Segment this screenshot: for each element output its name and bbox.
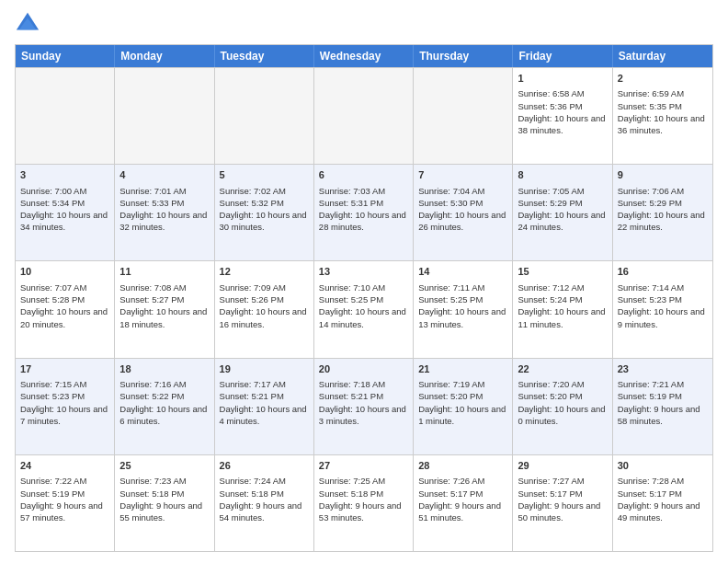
day-cell-12: 12Sunrise: 7:09 AM Sunset: 5:26 PM Dayli… [215,261,314,357]
day-cell-17: 17Sunrise: 7:15 AM Sunset: 5:23 PM Dayli… [16,359,115,454]
day-cell-27: 27Sunrise: 7:25 AM Sunset: 5:18 PM Dayli… [314,455,414,551]
day-info: Sunrise: 7:15 AM Sunset: 5:23 PM Dayligh… [20,378,109,427]
day-info: Sunrise: 7:01 AM Sunset: 5:33 PM Dayligh… [119,185,209,234]
day-number: 10 [20,265,109,279]
calendar-row-1: 3Sunrise: 7:00 AM Sunset: 5:34 PM Daylig… [16,164,712,260]
day-info: Sunrise: 7:09 AM Sunset: 5:26 PM Dayligh… [220,282,309,330]
logo [15,11,44,37]
day-info: Sunrise: 7:20 AM Sunset: 5:20 PM Dayligh… [518,378,607,427]
day-cell-9: 9Sunrise: 7:06 AM Sunset: 5:29 PM Daylig… [613,165,712,260]
day-info: Sunrise: 7:21 AM Sunset: 5:19 PM Dayligh… [618,378,708,427]
day-info: Sunrise: 7:08 AM Sunset: 5:27 PM Dayligh… [119,282,209,330]
day-info: Sunrise: 7:27 AM Sunset: 5:17 PM Dayligh… [518,475,607,523]
day-number: 6 [319,168,408,182]
day-info: Sunrise: 7:19 AM Sunset: 5:20 PM Dayligh… [418,378,507,427]
empty-cell [414,68,513,164]
day-info: Sunrise: 7:11 AM Sunset: 5:25 PM Dayligh… [418,282,507,330]
day-number: 27 [319,459,408,473]
day-cell-18: 18Sunrise: 7:16 AM Sunset: 5:22 PM Dayli… [115,359,214,454]
day-info: Sunrise: 6:59 AM Sunset: 5:35 PM Dayligh… [618,87,708,136]
day-number: 5 [220,168,309,182]
day-info: Sunrise: 7:26 AM Sunset: 5:17 PM Dayligh… [418,475,507,523]
day-info: Sunrise: 7:07 AM Sunset: 5:28 PM Dayligh… [20,282,109,330]
day-cell-21: 21Sunrise: 7:19 AM Sunset: 5:20 PM Dayli… [414,359,513,454]
day-number: 12 [220,265,309,279]
day-cell-30: 30Sunrise: 7:28 AM Sunset: 5:17 PM Dayli… [613,455,712,551]
day-cell-4: 4Sunrise: 7:01 AM Sunset: 5:33 PM Daylig… [115,165,214,260]
day-info: Sunrise: 7:28 AM Sunset: 5:17 PM Dayligh… [618,475,708,523]
calendar-row-4: 24Sunrise: 7:22 AM Sunset: 5:19 PM Dayli… [16,454,712,551]
day-number: 26 [220,459,309,473]
page: SundayMondayTuesdayWednesdayThursdayFrid… [0,0,728,563]
day-info: Sunrise: 7:25 AM Sunset: 5:18 PM Dayligh… [319,475,408,523]
day-info: Sunrise: 7:10 AM Sunset: 5:25 PM Dayligh… [319,282,408,330]
day-number: 22 [518,362,607,376]
day-cell-14: 14Sunrise: 7:11 AM Sunset: 5:25 PM Dayli… [414,261,513,357]
calendar: SundayMondayTuesdayWednesdayThursdayFrid… [15,44,713,552]
day-cell-25: 25Sunrise: 7:23 AM Sunset: 5:18 PM Dayli… [115,455,214,551]
empty-cell [215,68,314,164]
day-cell-8: 8Sunrise: 7:05 AM Sunset: 5:29 PM Daylig… [513,165,612,260]
day-cell-6: 6Sunrise: 7:03 AM Sunset: 5:31 PM Daylig… [314,165,414,260]
day-number: 25 [119,459,209,473]
day-info: Sunrise: 7:03 AM Sunset: 5:31 PM Dayligh… [319,185,408,234]
day-number: 19 [220,362,309,376]
day-cell-29: 29Sunrise: 7:27 AM Sunset: 5:17 PM Dayli… [513,455,612,551]
day-cell-20: 20Sunrise: 7:18 AM Sunset: 5:21 PM Dayli… [314,359,414,454]
day-info: Sunrise: 7:05 AM Sunset: 5:29 PM Dayligh… [518,185,607,234]
day-number: 3 [20,168,109,182]
header-cell-monday: Monday [115,45,214,67]
day-cell-16: 16Sunrise: 7:14 AM Sunset: 5:23 PM Dayli… [613,261,712,357]
calendar-row-3: 17Sunrise: 7:15 AM Sunset: 5:23 PM Dayli… [16,358,712,454]
day-number: 18 [119,362,209,376]
day-info: Sunrise: 7:02 AM Sunset: 5:32 PM Dayligh… [220,185,309,234]
day-info: Sunrise: 6:58 AM Sunset: 5:36 PM Dayligh… [518,87,607,136]
header-cell-thursday: Thursday [414,45,513,67]
day-number: 8 [518,168,607,182]
empty-cell [16,68,115,164]
day-info: Sunrise: 7:04 AM Sunset: 5:30 PM Dayligh… [418,185,507,234]
day-info: Sunrise: 7:24 AM Sunset: 5:18 PM Dayligh… [220,475,309,523]
calendar-row-2: 10Sunrise: 7:07 AM Sunset: 5:28 PM Dayli… [16,260,712,357]
day-cell-13: 13Sunrise: 7:10 AM Sunset: 5:25 PM Dayli… [314,261,414,357]
day-number: 16 [618,265,708,279]
header-cell-friday: Friday [513,45,612,67]
day-cell-2: 2Sunrise: 6:59 AM Sunset: 5:35 PM Daylig… [613,68,712,164]
header-cell-wednesday: Wednesday [314,45,414,67]
day-number: 20 [319,362,408,376]
header-cell-sunday: Sunday [16,45,115,67]
day-number: 4 [119,168,209,182]
header [15,11,713,37]
logo-icon [15,11,40,37]
day-cell-24: 24Sunrise: 7:22 AM Sunset: 5:19 PM Dayli… [16,455,115,551]
day-number: 17 [20,362,109,376]
day-number: 11 [119,265,209,279]
day-info: Sunrise: 7:22 AM Sunset: 5:19 PM Dayligh… [20,475,109,523]
day-cell-19: 19Sunrise: 7:17 AM Sunset: 5:21 PM Dayli… [215,359,314,454]
day-number: 2 [618,72,708,86]
day-info: Sunrise: 7:16 AM Sunset: 5:22 PM Dayligh… [119,378,209,427]
day-cell-5: 5Sunrise: 7:02 AM Sunset: 5:32 PM Daylig… [215,165,314,260]
day-number: 24 [20,459,109,473]
day-number: 7 [418,168,507,182]
day-cell-26: 26Sunrise: 7:24 AM Sunset: 5:18 PM Dayli… [215,455,314,551]
empty-cell [314,68,414,164]
day-number: 9 [618,168,708,182]
calendar-row-0: 1Sunrise: 6:58 AM Sunset: 5:36 PM Daylig… [16,67,712,164]
day-number: 14 [418,265,507,279]
day-number: 13 [319,265,408,279]
day-cell-22: 22Sunrise: 7:20 AM Sunset: 5:20 PM Dayli… [513,359,612,454]
day-info: Sunrise: 7:17 AM Sunset: 5:21 PM Dayligh… [220,378,309,427]
day-number: 30 [618,459,708,473]
day-cell-10: 10Sunrise: 7:07 AM Sunset: 5:28 PM Dayli… [16,261,115,357]
calendar-header: SundayMondayTuesdayWednesdayThursdayFrid… [16,45,712,67]
day-number: 23 [618,362,708,376]
calendar-body: 1Sunrise: 6:58 AM Sunset: 5:36 PM Daylig… [16,67,712,551]
day-cell-15: 15Sunrise: 7:12 AM Sunset: 5:24 PM Dayli… [513,261,612,357]
header-cell-saturday: Saturday [613,45,712,67]
day-number: 28 [418,459,507,473]
day-cell-28: 28Sunrise: 7:26 AM Sunset: 5:17 PM Dayli… [414,455,513,551]
day-cell-11: 11Sunrise: 7:08 AM Sunset: 5:27 PM Dayli… [115,261,214,357]
empty-cell [115,68,214,164]
day-number: 29 [518,459,607,473]
